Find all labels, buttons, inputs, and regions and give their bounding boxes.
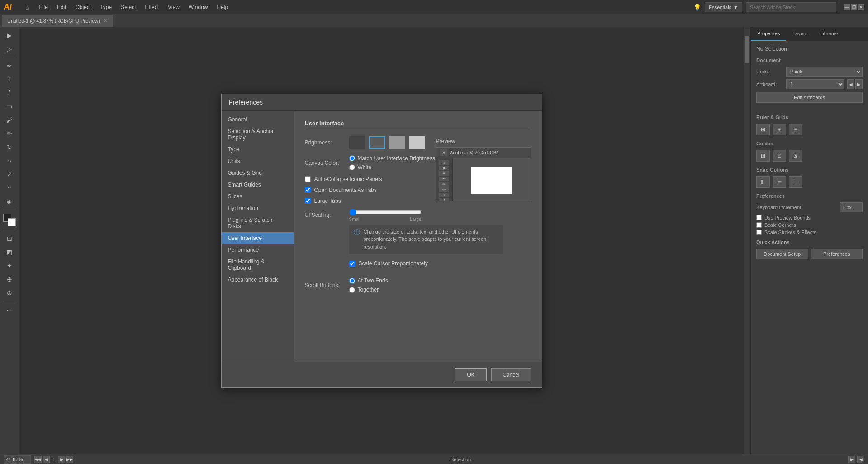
color-swatches[interactable] [3,214,16,226]
preferences-quick-button[interactable]: Preferences [811,249,863,259]
grids-icon[interactable]: ⊟ [789,124,802,135]
brightness-swatch-medium[interactable] [389,136,405,149]
next-page-button[interactable]: ▶ [58,456,65,463]
scroll-left-button[interactable]: ◀ [857,456,864,463]
sidebar-item-smart-guides[interactable]: Smart Guides [222,179,294,191]
sidebar-item-performance[interactable]: Performance [222,244,294,256]
sidebar-item-general[interactable]: General [222,114,294,125]
scale-cursor-label[interactable]: Scale Cursor Proportionately [359,260,428,267]
auto-collapse-label[interactable]: Auto-Collapse Iconic Panels [314,176,382,182]
sidebar-item-file-handling[interactable]: File Handling & Clipboard [222,256,294,274]
pencil-tool[interactable]: ✏ [2,127,17,140]
menu-view[interactable]: View [163,0,184,14]
guide-icon-2[interactable]: ⊟ [773,150,786,162]
gradient-tool[interactable]: ◩ [2,246,17,258]
direct-selection-tool[interactable]: ▷ [2,43,17,55]
background-color[interactable] [8,218,16,226]
type-tool[interactable]: T [2,73,17,86]
use-preview-bounds-label[interactable]: Use Preview Bounds [764,215,811,220]
guide-icon-3[interactable]: ⊠ [789,150,802,162]
large-tabs-checkbox[interactable] [305,198,311,204]
line-tool[interactable]: / [2,86,17,99]
ui-scaling-slider[interactable] [349,209,422,216]
artboard-next-button[interactable]: ▶ [855,79,863,89]
home-icon[interactable]: ⌂ [25,4,29,11]
sidebar-item-units[interactable]: Units [222,155,294,167]
edit-artboards-button[interactable]: Edit Artboards [756,92,863,103]
grid-icon[interactable]: ⊞ [773,124,786,135]
prev-page-button[interactable]: ◀ [43,456,50,463]
menu-file[interactable]: File [34,0,52,14]
cancel-button[interactable]: Cancel [491,368,531,381]
auto-collapse-checkbox[interactable] [305,176,311,182]
canvas-color-match-label[interactable]: Match User Interface Brightness [358,155,435,162]
canvas-color-white-label[interactable]: White [358,164,372,171]
sidebar-item-slices[interactable]: Slices [222,191,294,202]
sidebar-item-type[interactable]: Type [222,144,294,155]
sidebar-item-appearance-black[interactable]: Appearance of Black [222,274,294,286]
minimize-button[interactable]: — [844,4,850,10]
canvas-color-match-radio[interactable] [349,155,355,161]
selection-tool[interactable]: ▶ [2,29,17,42]
open-docs-tabs-checkbox[interactable] [305,187,311,193]
use-preview-bounds-checkbox[interactable] [756,215,762,220]
ruler-icon[interactable]: ⊞ [756,124,770,135]
preview-close-button[interactable]: ✕ [440,149,447,156]
brightness-swatch-dark[interactable] [349,136,365,149]
rotate-tool[interactable]: ↻ [2,141,17,153]
sidebar-item-user-interface[interactable]: User Interface [222,232,294,244]
units-select[interactable]: Pixels [786,67,863,77]
brightness-swatch-light[interactable] [409,136,425,149]
measure-tool[interactable]: ⊕ [2,273,17,286]
canvas-color-white-radio[interactable] [349,164,355,170]
search-stock-input[interactable] [746,2,836,12]
menu-select[interactable]: Select [116,0,140,14]
zoom-tool[interactable]: ⊕ [2,287,17,299]
scale-tool[interactable]: ⤢ [2,168,17,181]
scroll-at-two-ends-label[interactable]: At Two Ends [358,277,388,284]
scroll-at-two-ends-radio[interactable] [349,278,355,284]
workspace-selector[interactable]: Essentials ▼ [705,2,742,12]
play-button[interactable]: ▶ [848,456,855,463]
document-setup-button[interactable]: Document Setup [756,249,808,259]
edit-toolbar-icon[interactable]: ··· [2,303,17,316]
eyedropper-tool[interactable]: ✦ [2,259,17,272]
menu-edit[interactable]: Edit [52,0,71,14]
keyboard-increment-input[interactable] [840,202,863,212]
canvas-area[interactable]: Preferences General Selection & Anchor D… [19,27,744,454]
scroll-together-radio[interactable] [349,287,355,293]
reflect-tool[interactable]: ↔ [2,154,17,167]
rectangle-tool[interactable]: ▭ [2,100,17,113]
blend-tool[interactable]: ◈ [2,195,17,208]
snap-icon-1[interactable]: ⊩ [756,176,770,188]
scale-corners-checkbox[interactable] [756,222,762,228]
menu-object[interactable]: Object [71,0,96,14]
scroll-together-label[interactable]: Together [358,287,379,293]
last-page-button[interactable]: ▶▶ [66,456,73,463]
paintbrush-tool[interactable]: 🖌 [2,114,17,126]
document-tab[interactable]: Untitled-1 @ 41.87% (RGB/GPU Preview) ✕ [2,15,113,27]
zoom-input[interactable] [4,455,31,464]
menu-window[interactable]: Window [184,0,213,14]
sidebar-item-guides[interactable]: Guides & Grid [222,167,294,179]
scrollbar-thumb[interactable] [745,36,749,63]
scale-strokes-label[interactable]: Scale Strokes & Effects [764,230,816,235]
scale-corners-label[interactable]: Scale Corners [764,222,796,228]
close-button[interactable]: ✕ [858,4,864,10]
snap-icon-2[interactable]: ⊨ [773,176,786,188]
brightness-swatch-medium-dark[interactable] [369,136,385,149]
tab-libraries[interactable]: Libraries [814,27,845,41]
snap-icon-3[interactable]: ⊪ [789,176,802,188]
sidebar-item-hyphenation[interactable]: Hyphenation [222,202,294,214]
maximize-button[interactable]: ❐ [851,4,857,10]
pen-tool[interactable]: ✒ [2,59,17,72]
open-docs-tabs-label[interactable]: Open Documents As Tabs [314,187,377,193]
warp-tool[interactable]: ~ [2,182,17,194]
ok-button[interactable]: OK [455,368,487,381]
sidebar-item-plugins[interactable]: Plug-ins & Scratch Disks [222,214,294,232]
guide-icon-1[interactable]: ⊞ [756,150,770,162]
scale-strokes-checkbox[interactable] [756,230,762,235]
artboard-prev-button[interactable]: ◀ [847,79,854,89]
sidebar-item-selection[interactable]: Selection & Anchor Display [222,125,294,144]
menu-help[interactable]: Help [213,0,233,14]
